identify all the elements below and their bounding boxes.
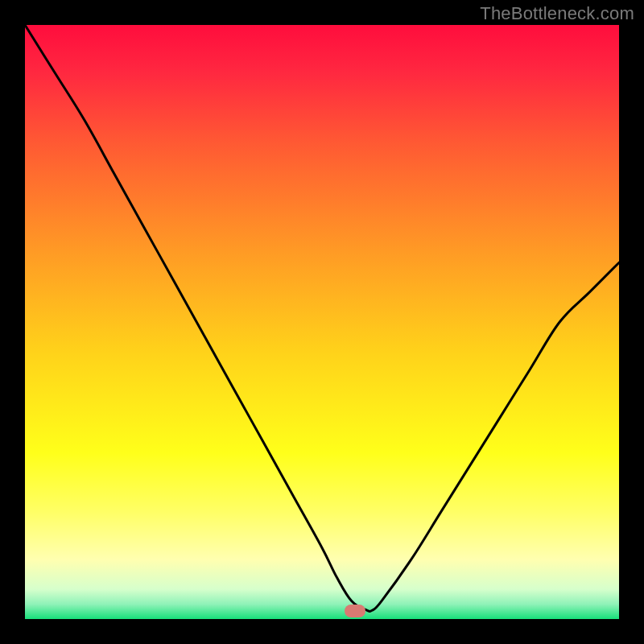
watermark-text: TheBottleneck.com xyxy=(480,3,634,24)
chart-frame: TheBottleneck.com xyxy=(0,0,644,644)
plot-area xyxy=(25,25,619,619)
svg-rect-0 xyxy=(25,25,619,619)
background-gradient xyxy=(25,25,619,619)
